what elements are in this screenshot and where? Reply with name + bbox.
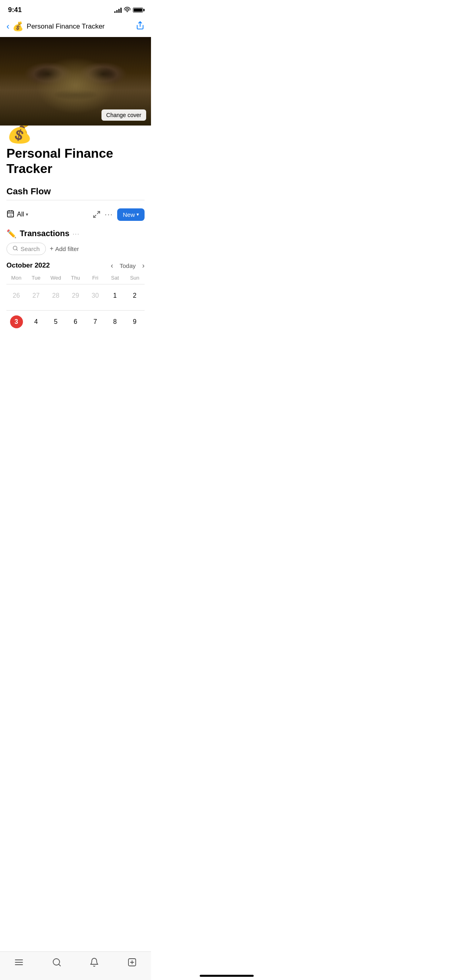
calendar-cell-26[interactable]: 26 [6, 289, 26, 305]
calendar-cell-8[interactable]: 8 [105, 315, 125, 331]
nav-emoji: 💰 [12, 21, 23, 32]
day-number: 9 [128, 315, 141, 328]
calendar-cell-1[interactable]: 1 [105, 289, 125, 305]
back-button[interactable]: ‹ [6, 21, 9, 32]
plus-icon: + [50, 245, 54, 252]
transactions-more-icon[interactable]: ··· [72, 231, 80, 237]
calendar-next-button[interactable]: › [142, 261, 145, 270]
day-header-fri: Fri [85, 275, 105, 281]
section-title: Cash Flow [6, 186, 51, 196]
calendar-cell-29[interactable]: 29 [66, 289, 85, 305]
calendar-header: October 2022 ‹ Today › [0, 261, 151, 270]
svg-line-9 [17, 249, 18, 250]
day-header-sat: Sat [105, 275, 125, 281]
wifi-icon [124, 7, 130, 13]
signal-icon [114, 7, 122, 13]
calendar-navigation: ‹ Today › [111, 261, 145, 270]
search-pill[interactable]: Search [6, 243, 46, 255]
calendar-cell-3[interactable]: 3 [6, 315, 26, 331]
svg-text:31: 31 [10, 214, 12, 216]
new-button-chevron: ▾ [137, 212, 139, 217]
day-number: 4 [30, 315, 43, 328]
day-header-mon: Mon [6, 275, 26, 281]
day-number: 8 [109, 315, 122, 328]
chevron-down-icon: ▾ [26, 212, 28, 217]
calendar-prev-button[interactable]: ‹ [111, 261, 113, 270]
add-filter-button[interactable]: + Add filter [50, 245, 79, 252]
status-icons [114, 7, 143, 13]
svg-line-7 [93, 215, 96, 218]
nav-title: Personal Finance Tracker [27, 23, 105, 31]
calendar-week-1: 26 27 28 29 30 1 2 [6, 284, 145, 310]
search-label: Search [21, 245, 40, 252]
section-header: Cash Flow [0, 186, 151, 197]
filter-dropdown[interactable]: All ▾ [17, 211, 28, 218]
day-number: 28 [50, 289, 62, 302]
more-options-icon[interactable]: ··· [105, 210, 113, 219]
day-number: 6 [69, 315, 82, 328]
calendar-cell-9[interactable]: 9 [125, 315, 145, 331]
new-button[interactable]: New ▾ [117, 208, 145, 221]
calendar-grid: 26 27 28 29 30 1 2 3 4 5 6 [0, 284, 151, 336]
day-number: 7 [89, 315, 102, 328]
day-number: 27 [30, 289, 43, 302]
toolbar: 31 All ▾ ··· New ▾ [0, 205, 151, 224]
day-header-thu: Thu [66, 275, 85, 281]
calendar-cell-27[interactable]: 27 [26, 289, 46, 305]
search-icon [12, 245, 18, 252]
status-bar: 9:41 [0, 0, 151, 18]
nav-back: ‹ 💰 Personal Finance Tracker [6, 21, 136, 32]
page-title-text: Personal Finance Tracker [6, 146, 113, 176]
toolbar-right: ··· New ▾ [93, 208, 145, 221]
calendar-cell-7[interactable]: 7 [85, 315, 105, 331]
calendar-cell-6[interactable]: 6 [66, 315, 85, 331]
battery-icon [133, 8, 143, 12]
svg-line-6 [97, 212, 100, 214]
cover-image: Change cover [0, 37, 151, 126]
transactions-title: Transactions [20, 229, 69, 238]
expand-icon[interactable] [93, 210, 101, 218]
add-filter-label: Add filter [55, 245, 79, 252]
calendar-cell-5[interactable]: 5 [46, 315, 66, 331]
section-divider [6, 200, 145, 200]
search-filter-row: Search + Add filter [0, 243, 151, 255]
calendar-icon: 31 [6, 210, 14, 220]
nav-bar: ‹ 💰 Personal Finance Tracker [0, 18, 151, 37]
calendar-days-header: Mon Tue Wed Thu Fri Sat Sun [0, 275, 151, 281]
day-header-tue: Tue [26, 275, 46, 281]
calendar-cell-28[interactable]: 28 [46, 289, 66, 305]
day-header-wed: Wed [46, 275, 66, 281]
calendar-cell-30[interactable]: 30 [85, 289, 105, 305]
day-number: 5 [50, 315, 62, 328]
calendar-month: October 2022 [6, 261, 50, 270]
today-button[interactable]: Today [120, 262, 136, 269]
change-cover-button[interactable]: Change cover [101, 109, 146, 121]
transactions-header: ✏️ Transactions ··· [0, 229, 151, 239]
page-title: Personal Finance Tracker [0, 146, 151, 177]
toolbar-left: 31 All ▾ [6, 210, 28, 220]
day-number: 30 [89, 289, 102, 302]
calendar-cell-2[interactable]: 2 [125, 289, 145, 305]
day-number: 2 [128, 289, 141, 302]
day-number: 29 [69, 289, 82, 302]
status-time: 9:41 [8, 6, 22, 14]
today-indicator: 3 [10, 315, 23, 328]
new-button-label: New [123, 211, 135, 218]
calendar-cell-4[interactable]: 4 [26, 315, 46, 331]
day-number: 26 [10, 289, 23, 302]
share-button[interactable] [136, 21, 145, 32]
transactions-emoji: ✏️ [6, 229, 17, 239]
day-header-sun: Sun [125, 275, 145, 281]
filter-label: All [17, 211, 24, 218]
day-number: 1 [109, 289, 122, 302]
calendar-week-2: 3 4 5 6 7 8 9 [6, 310, 145, 336]
